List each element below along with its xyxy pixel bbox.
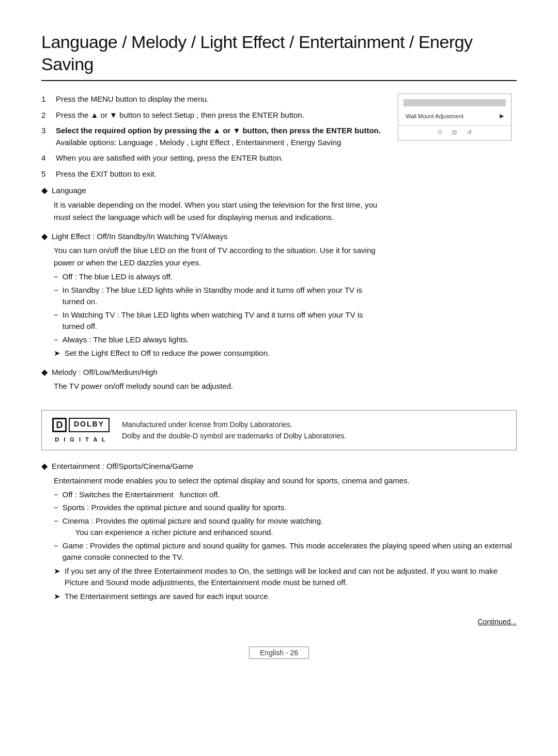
page-footer-inner: English - 26 (249, 647, 309, 659)
ent-arrow-note-2-text: The Entertainment settings are saved for… (65, 591, 270, 603)
step-num-2: 2 (41, 109, 51, 121)
step-1: 1 Press the MENU button to display the m… (41, 93, 382, 105)
dash-item-off: Off : The blue LED is always off. (54, 271, 382, 283)
steps-list: 1 Press the MENU button to display the m… (41, 93, 382, 180)
tv-icon-2: ⊡ (452, 129, 457, 136)
step-text-1: Press the MENU button to display the men… (56, 93, 209, 105)
page-footer: English - 26 (41, 647, 517, 659)
diamond-icon-language: ◆ (41, 185, 48, 195)
step-num-5: 5 (41, 168, 51, 180)
step-num-4: 4 (41, 152, 51, 164)
tv-icon-3: ↺ (467, 129, 472, 136)
dolby-trademark-text: Dolby and the double-D symbol are tradem… (122, 430, 346, 442)
title-divider (41, 80, 517, 81)
ent-dash-sports: Sports : Provides the optimal picture an… (54, 502, 517, 514)
arrow-icon-ent-1: ➤ (54, 565, 60, 589)
tv-menu-item-wall-mount: Wall Mount Adjustment ▶ (398, 111, 511, 121)
dash-item-standby: In Standby : The blue LED lights while i… (54, 285, 382, 308)
tv-menu-box: Wall Mount Adjustment ▶ ▽ ⊡ ↺ (398, 93, 512, 140)
dolby-digital-label: D I G I T A L (55, 436, 107, 443)
left-column: 1 Press the MENU button to display the m… (41, 93, 382, 400)
tv-menu-bottom-icons: ▽ ⊡ ↺ (398, 125, 511, 136)
diamond-icon-entertainment: ◆ (41, 461, 48, 471)
section-entertainment: ◆ Entertainment : Off/Sports/Cinema/Game… (41, 461, 517, 602)
step-text-2: Press the ▲ or ▼ button to select Setup … (56, 109, 304, 121)
section-light-effect: ◆ Light Effect : Off/In Standby/In Watch… (41, 231, 382, 359)
ent-arrow-note-1: ➤ If you set any of the three Entertainm… (54, 565, 517, 589)
ent-arrow-note-2: ➤ The Entertainment settings are saved f… (54, 591, 517, 603)
section-melody: ◆ Melody : Off/Low/Medium/High The TV po… (41, 367, 382, 393)
step-num-1: 1 (41, 93, 51, 105)
section-entertainment-header: ◆ Entertainment : Off/Sports/Cinema/Game (41, 461, 517, 472)
entertainment-dash-list: Off : Switches the Entertainment functio… (54, 489, 517, 563)
ent-dash-cinema: Cinema : Provides the optimal picture an… (54, 515, 517, 539)
right-column: Wall Mount Adjustment ▶ ▽ ⊡ ↺ (398, 93, 517, 400)
ent-dash-game: Game : Provides the optimal picture and … (54, 540, 517, 563)
step-2: 2 Press the ▲ or ▼ button to select Setu… (41, 109, 382, 121)
light-effect-dash-list: Off : The blue LED is always off. In Sta… (54, 271, 382, 345)
dolby-d-symbol: D (52, 418, 67, 432)
arrow-icon-light: ➤ (54, 348, 60, 359)
section-light-effect-header: ◆ Light Effect : Off/In Standby/In Watch… (41, 231, 382, 243)
main-content: 1 Press the MENU button to display the m… (41, 93, 517, 400)
section-language-title: Language (52, 185, 86, 197)
light-effect-arrow-note: ➤ Set the Light Effect to Off to reduce … (54, 348, 382, 359)
dolby-box: D DOLBY D I G I T A L Manufactured under… (41, 410, 517, 450)
continued-text: Continued... (41, 618, 517, 626)
section-entertainment-body: Entertainment mode enables you to select… (54, 475, 517, 603)
dash-item-always: Always : The blue LED always lights. (54, 334, 382, 346)
page-container: Language / Melody / Light Effect / Enter… (0, 0, 558, 700)
tv-icon-1: ▽ (438, 129, 442, 136)
tv-menu-top-bar (404, 99, 506, 106)
dolby-info: Manufactured under license from Dolby La… (122, 419, 346, 442)
step-num-3: 3 (41, 125, 51, 148)
page-title: Language / Melody / Light Effect / Enter… (41, 31, 517, 75)
section-language-body: It is variable depending on the model. W… (54, 199, 382, 224)
section-entertainment-title: Entertainment : Off/Sports/Cinema/Game (52, 461, 193, 472)
section-language: ◆ Language It is variable depending on t… (41, 185, 382, 224)
dolby-logo: D DOLBY D I G I T A L (52, 418, 110, 443)
tv-menu-item-label: Wall Mount Adjustment (406, 113, 463, 119)
dolby-license-text: Manufactured under license from Dolby La… (122, 419, 346, 430)
step-3: 3 Select the required option by pressing… (41, 125, 382, 148)
dolby-logo-top: D DOLBY (52, 418, 110, 432)
dash-item-watching: In Watching TV : The blue LED lights whe… (54, 309, 382, 333)
section-light-effect-body: You can turn on/off the blue LED on the … (54, 244, 382, 359)
dolby-text-block: DOLBY (69, 418, 110, 432)
ent-arrow-note-1-text: If you set any of the three Entertainmen… (65, 565, 517, 589)
step-5: 5 Press the EXIT button to exit. (41, 168, 382, 180)
section-light-effect-title: Light Effect : Off/In Standby/In Watchin… (52, 231, 227, 243)
section-melody-title: Melody : Off/Low/Medium/High (52, 367, 158, 379)
section-melody-body: The TV power on/off melody sound can be … (54, 380, 382, 392)
tv-menu-item-arrow: ▶ (500, 113, 504, 119)
step-text-4: When you are satisfied with your setting… (56, 152, 283, 164)
step-4: 4 When you are satisfied with your setti… (41, 152, 382, 164)
diamond-icon-light: ◆ (41, 231, 48, 241)
diamond-icon-melody: ◆ (41, 367, 48, 377)
ent-dash-off: Off : Switches the Entertainment functio… (54, 489, 517, 501)
section-language-header: ◆ Language (41, 185, 382, 197)
section-melody-header: ◆ Melody : Off/Low/Medium/High (41, 367, 382, 379)
light-effect-note-text: Set the Light Effect to Off to reduce th… (65, 348, 270, 359)
arrow-icon-ent-2: ➤ (54, 591, 60, 603)
step-text-5: Press the EXIT button to exit. (56, 168, 157, 180)
step-text-3: Select the required option by pressing t… (56, 125, 381, 148)
